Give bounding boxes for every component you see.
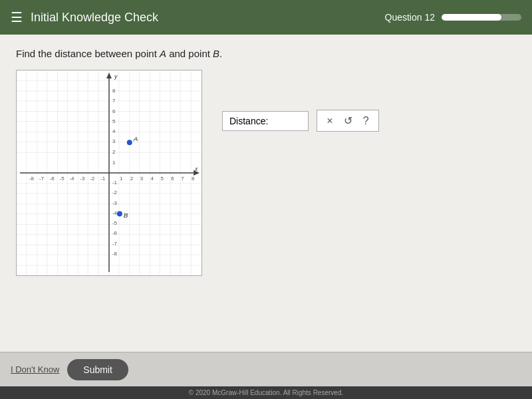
svg-text:-4: -4	[69, 176, 74, 182]
svg-text:x: x	[194, 166, 198, 172]
svg-text:4: 4	[112, 128, 116, 134]
topbar: ☰ Initial Knowledge Check Question 12	[0, 0, 532, 35]
submit-button[interactable]: Submit	[67, 359, 128, 380]
svg-point-76	[117, 211, 122, 217]
svg-text:4: 4	[151, 176, 154, 182]
svg-text:B: B	[124, 211, 128, 219]
dont-know-button[interactable]: I Don't Know	[11, 364, 59, 374]
svg-point-74	[127, 140, 132, 145]
svg-text:6: 6	[112, 108, 116, 114]
bottombar: I Don't Know Submit	[0, 352, 532, 386]
svg-text:-8: -8	[29, 176, 35, 182]
question-label: Question 12	[385, 12, 436, 23]
svg-text:-6: -6	[50, 176, 55, 182]
svg-text:A: A	[133, 135, 138, 142]
progress-bar	[442, 14, 521, 21]
svg-text:7: 7	[181, 176, 184, 182]
svg-text:-4: -4	[112, 210, 118, 216]
distance-box: Distance:	[222, 111, 309, 131]
svg-text:-5: -5	[112, 220, 118, 226]
help-button[interactable]: ?	[359, 114, 373, 128]
svg-text:-3: -3	[112, 200, 118, 206]
svg-text:1: 1	[120, 176, 123, 182]
graph-container: 8 7 6 5 4 3 2 1 -1 -2 -3 -4 -5 -6 -7 -8 …	[16, 70, 202, 276]
svg-text:-2: -2	[90, 176, 95, 182]
svg-text:6: 6	[171, 176, 174, 182]
question-text: Find the distance between point A and po…	[16, 48, 516, 59]
svg-text:-1: -1	[100, 176, 106, 182]
distance-input[interactable]	[268, 116, 301, 126]
menu-icon[interactable]: ☰	[11, 9, 23, 25]
svg-text:7: 7	[112, 98, 116, 104]
svg-text:-7: -7	[39, 176, 45, 182]
footer-text: © 2020 McGraw-Hill Education. All Rights…	[189, 389, 343, 396]
footer: © 2020 McGraw-Hill Education. All Rights…	[0, 386, 532, 399]
svg-text:5: 5	[160, 176, 164, 182]
svg-text:5: 5	[112, 118, 116, 124]
distance-row: Distance: × ↺ ?	[222, 110, 379, 132]
svg-text:3: 3	[112, 138, 116, 144]
answer-area: Distance: × ↺ ?	[222, 70, 379, 132]
svg-text:1: 1	[112, 160, 116, 166]
content-area: 8 7 6 5 4 3 2 1 -1 -2 -3 -4 -5 -6 -7 -8 …	[16, 70, 516, 338]
distance-label: Distance:	[229, 116, 268, 126]
svg-text:8: 8	[112, 88, 116, 94]
svg-text:3: 3	[140, 176, 144, 182]
svg-text:-8: -8	[112, 251, 118, 257]
progress-bar-fill	[442, 14, 501, 21]
svg-text:-7: -7	[112, 241, 118, 247]
svg-text:2: 2	[130, 176, 134, 182]
undo-button[interactable]: ↺	[340, 113, 356, 128]
clear-button[interactable]: ×	[323, 114, 336, 128]
svg-text:2: 2	[112, 149, 116, 155]
svg-text:-6: -6	[112, 230, 118, 236]
graph-svg: 8 7 6 5 4 3 2 1 -1 -2 -3 -4 -5 -6 -7 -8 …	[17, 70, 201, 275]
svg-text:8: 8	[192, 176, 195, 182]
svg-text:-3: -3	[80, 176, 85, 182]
action-buttons: × ↺ ?	[317, 110, 378, 132]
svg-text:-5: -5	[60, 176, 65, 182]
main-content: Find the distance between point A and po…	[0, 35, 532, 352]
svg-text:y: y	[114, 73, 118, 80]
svg-text:-2: -2	[112, 190, 118, 196]
question-label-area: Question 12	[385, 12, 522, 23]
app-title: Initial Knowledge Check	[31, 11, 385, 25]
svg-text:-1: -1	[112, 180, 118, 186]
